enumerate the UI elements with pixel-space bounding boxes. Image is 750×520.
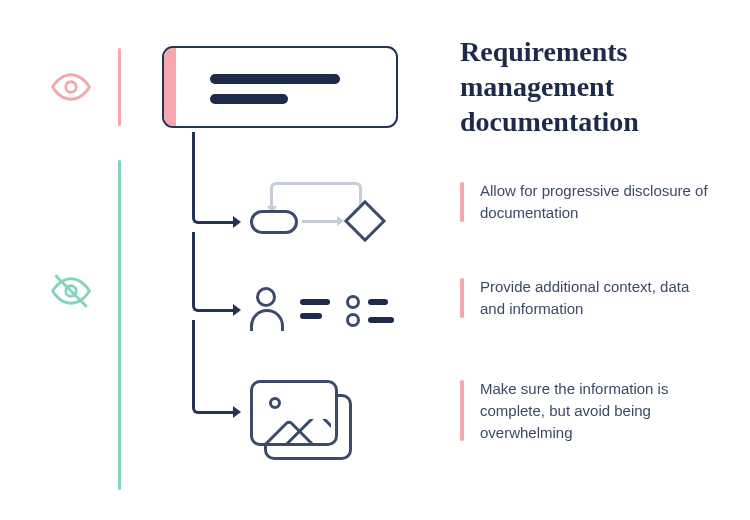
document-card-accent	[164, 48, 176, 126]
process-flow-icon	[250, 180, 410, 250]
page-title: Requirements management documentation	[460, 34, 730, 139]
bullet-item: Provide additional context, data and inf…	[460, 276, 710, 320]
svg-point-0	[66, 82, 77, 93]
connector-arrow	[192, 132, 234, 224]
eye-icon	[50, 66, 92, 108]
icon-gutter	[0, 0, 150, 520]
visible-section-bar	[118, 48, 121, 126]
bullet-item: Make sure the information is complete, b…	[460, 378, 710, 443]
text-column: Requirements management documentation Al…	[460, 0, 730, 520]
connector-arrow	[192, 320, 234, 414]
connector-arrow	[192, 232, 234, 312]
hidden-section-bar	[118, 160, 121, 490]
eye-off-icon	[50, 270, 92, 312]
user-list-icon	[250, 285, 410, 340]
diagram-column	[150, 0, 430, 520]
placeholder-line	[210, 94, 288, 104]
document-card-icon	[162, 46, 398, 128]
bullet-item: Allow for progressive disclosure of docu…	[460, 180, 710, 224]
placeholder-line	[210, 74, 340, 84]
image-stack-icon	[250, 380, 370, 466]
